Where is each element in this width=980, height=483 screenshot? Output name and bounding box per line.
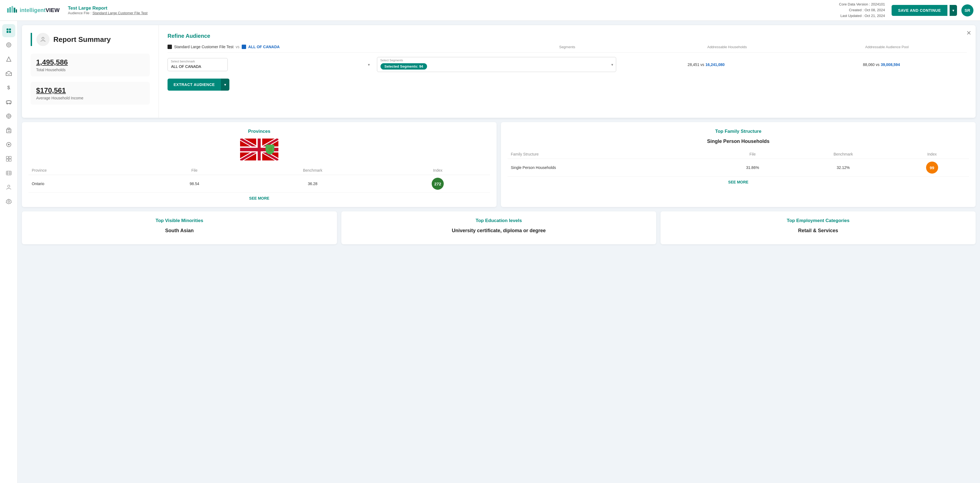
logo-text: intelligentVIEW: [20, 7, 60, 13]
total-households-label: Total Households: [36, 68, 144, 72]
province-file: 98.54: [149, 175, 240, 193]
sidebar-item-person[interactable]: [2, 181, 15, 194]
logo-icon: [6, 5, 18, 16]
svg-point-29: [8, 144, 10, 145]
user-avatar[interactable]: SR: [961, 5, 974, 16]
ontario-shield-icon: 🌿: [266, 145, 274, 155]
family-title: Top Family Structure: [508, 129, 969, 134]
family-index-header: Index: [895, 150, 969, 159]
segments-badge: Selected Segments: 94: [380, 63, 427, 70]
benchmark-select-label: Select benchmark: [171, 60, 195, 63]
svg-point-11: [8, 45, 9, 45]
total-households-box: 1,495,586 Total Households: [31, 54, 150, 77]
close-button[interactable]: ✕: [966, 30, 971, 37]
summary-title: Report Summary: [53, 35, 111, 44]
svg-rect-0: [7, 8, 9, 13]
family-structure-card: Top Family Structure Single Person House…: [501, 122, 975, 207]
total-households-value: 1,495,586: [36, 58, 144, 67]
save-dropdown-button[interactable]: ▾: [950, 5, 957, 16]
ontario-flag: 🌿: [240, 139, 278, 161]
svg-point-40: [42, 37, 44, 40]
sidebar-item-map[interactable]: [2, 67, 15, 80]
family-benchmark-header: Benchmark: [792, 150, 895, 159]
svg-rect-2: [11, 6, 13, 13]
addressable-hh-vs: 16,241,080: [705, 62, 725, 67]
vs-label: vs: [236, 45, 240, 49]
audience-pool-value: 88,060 vs: [863, 62, 880, 67]
family-see-more[interactable]: SEE MORE: [508, 180, 969, 184]
family-table: Family Structure File Benchmark Index Si…: [508, 150, 969, 177]
middle-grid: Provinces 🌿: [22, 122, 975, 207]
employment-title: Top Employment Categories: [667, 218, 969, 223]
provinces-card: Provinces 🌿: [22, 122, 496, 207]
refine-audience-panel: Refine Audience ✕ Standard Large Custome…: [159, 25, 975, 118]
family-index-val: 99: [895, 159, 969, 177]
svg-rect-3: [14, 8, 15, 13]
avg-income-label: Average Household Income: [36, 96, 144, 100]
col-segments: Segments: [487, 45, 647, 49]
flag-container: 🌿: [29, 139, 490, 161]
audience-file-link[interactable]: Standard Large Customer File Test: [92, 11, 148, 15]
col-audience-pool: Addressable Audience Pool: [807, 45, 967, 49]
sidebar-item-settings[interactable]: [2, 195, 15, 208]
svg-point-19: [8, 115, 10, 117]
sidebar-item-media[interactable]: [2, 166, 15, 180]
file-col-header: File: [149, 166, 240, 175]
svg-rect-6: [9, 29, 11, 30]
sidebar-item-home[interactable]: [2, 24, 15, 37]
svg-point-39: [8, 201, 10, 202]
svg-marker-14: [6, 71, 11, 75]
report-title: Test Large Report: [68, 5, 839, 11]
audience-pool-stat: 88,060 vs 39,008,594: [796, 62, 967, 67]
audience-pool-vs: 39,008,594: [881, 62, 900, 67]
file-badge: [167, 45, 172, 49]
sidebar-item-finance[interactable]: $: [2, 81, 15, 94]
extract-audience-button[interactable]: EXTRACT AUDIENCE: [167, 78, 221, 91]
sidebar-item-audience[interactable]: [2, 53, 15, 66]
avg-income-value: $170,561: [36, 86, 144, 95]
summary-icon: [37, 33, 49, 46]
employment-card: Top Employment Categories Retail & Servi…: [660, 211, 975, 244]
sidebar-item-tags[interactable]: [2, 110, 15, 123]
col-addressable-hh: Addressable Households: [647, 45, 807, 49]
extract-button-group: EXTRACT AUDIENCE ▾: [167, 78, 967, 91]
employment-value: Retail & Services: [667, 228, 969, 234]
sidebar-item-building[interactable]: [2, 124, 15, 137]
sidebar-item-grid[interactable]: [2, 152, 15, 166]
addressable-hh-stat: 28,451 vs 16,241,080: [620, 62, 791, 67]
meta-info: Core Data Version : 2024101 Created : Oc…: [839, 2, 885, 19]
extract-dropdown-button[interactable]: ▾: [221, 78, 229, 91]
report-info: Test Large Report Audience File : Standa…: [61, 5, 839, 15]
svg-rect-30: [6, 156, 8, 159]
bottom-cards: Top Visible Minorities South Asian Top E…: [22, 211, 975, 244]
family-file-header: File: [714, 150, 792, 159]
family-index-badge: 99: [926, 161, 938, 174]
education-title: Top Education levels: [348, 218, 650, 223]
svg-point-38: [8, 185, 10, 187]
sidebar-item-notifications[interactable]: [2, 138, 15, 151]
svg-marker-12: [6, 57, 11, 61]
svg-rect-26: [8, 131, 9, 132]
sidebar-item-automotive[interactable]: [2, 95, 15, 108]
family-struct-header: Family Structure: [508, 150, 714, 159]
province-index-badge: 272: [432, 178, 444, 190]
benchmark-select-wrapper: Select benchmark ALL OF CANADA ▾: [167, 58, 372, 71]
family-structure-name: Single Person Households: [508, 159, 714, 177]
save-continue-button[interactable]: SAVE AND CONTINUE: [892, 5, 947, 16]
refine-title: Refine Audience: [167, 33, 967, 39]
summary-panel: Report Summary 1,495,586 Total Household…: [22, 25, 159, 118]
audience-file: Audience File : Standard Large Customer …: [68, 11, 839, 15]
svg-rect-33: [9, 159, 11, 161]
top-panel: Report Summary 1,495,586 Total Household…: [22, 25, 975, 118]
svg-rect-4: [16, 9, 17, 13]
provinces-see-more[interactable]: SEE MORE: [29, 196, 490, 201]
table-row: Single Person Households 31.86% 32.12% 9…: [508, 159, 969, 177]
svg-rect-1: [9, 7, 11, 13]
segments-arrow: ▾: [611, 62, 613, 67]
segments-select-control[interactable]: Selected Segments: 94 ▾: [377, 57, 616, 72]
province-benchmark: 36.28: [240, 175, 385, 193]
svg-rect-8: [9, 31, 11, 33]
province-col-header: Province: [29, 166, 149, 175]
sidebar-item-reports[interactable]: [2, 38, 15, 51]
family-benchmark-val: 32.12%: [792, 159, 895, 177]
